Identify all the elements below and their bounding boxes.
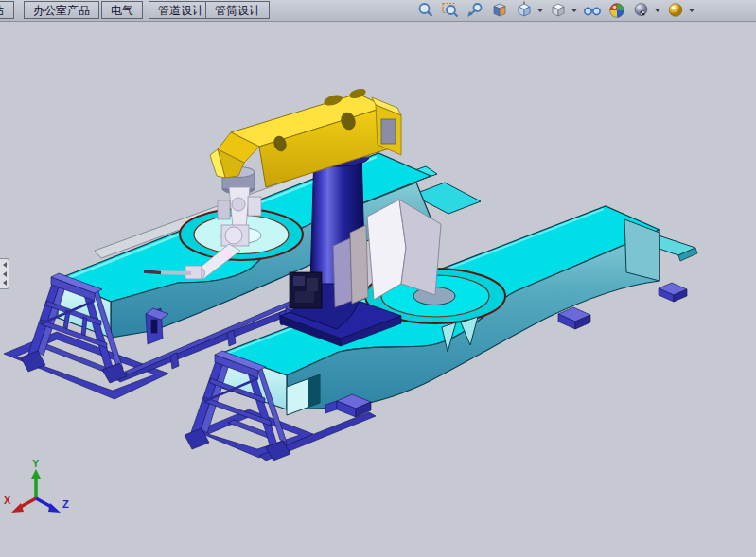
triad-x-label: X [4, 495, 11, 506]
tab-electrical[interactable]: 电气 [101, 1, 143, 19]
view-orientation-dropdown[interactable] [536, 1, 544, 20]
command-tabs-bar: 评估 办公室产品 电气 管道设计 管筒设计 [0, 0, 756, 22]
view-settings-icon[interactable] [666, 1, 685, 20]
heads-up-view-toolbar [413, 0, 697, 21]
tab-evaluate[interactable]: 评估 [0, 1, 14, 19]
solidworks-window: { "toolbar": { "tabs": [ {"label": "评估",… [0, 0, 756, 557]
view-settings-dropdown[interactable] [688, 1, 695, 20]
triad-y-label: Y [32, 458, 40, 469]
display-style-icon[interactable] [549, 1, 568, 20]
tab-piping-design[interactable]: 管道设计 [149, 1, 213, 19]
section-view-icon[interactable] [490, 1, 509, 20]
apply-scene-icon[interactable] [632, 1, 651, 20]
display-style-dropdown[interactable] [571, 1, 578, 20]
zoom-to-area-icon[interactable] [441, 1, 460, 20]
previous-view-icon[interactable] [466, 1, 484, 20]
viewport-3d[interactable]: Y X Z [0, 21, 756, 557]
column-motor[interactable] [290, 272, 322, 308]
edit-appearance-icon[interactable] [607, 1, 626, 20]
hide-show-items-icon[interactable] [583, 1, 602, 20]
tab-tubing-design[interactable]: 管筒设计 [205, 1, 270, 19]
triad-z-label: Z [62, 498, 69, 510]
orientation-triad: Y X Z [4, 458, 69, 513]
apply-scene-dropdown[interactable] [654, 1, 661, 20]
tab-office-products[interactable]: 办公室产品 [24, 1, 99, 19]
view-orientation-icon[interactable] [515, 1, 534, 20]
zoom-to-fit-icon[interactable] [416, 1, 435, 20]
